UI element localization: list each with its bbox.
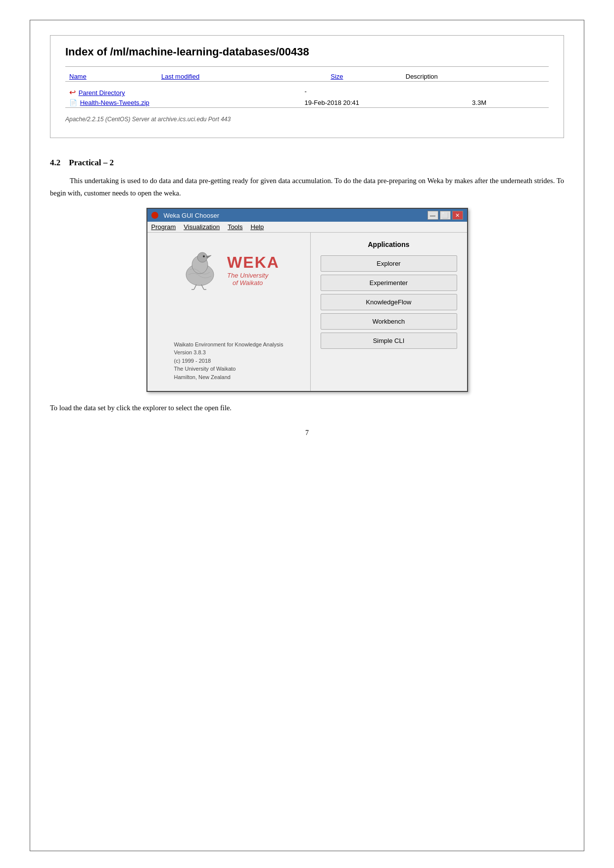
size-sort-link[interactable]: Size [331,73,343,80]
minimize-button[interactable]: — [427,211,438,220]
parent-dir-desc [527,87,549,98]
weka-bird-image [178,247,222,292]
directory-table: Name Last modified Size Description [65,72,549,81]
table-row: ↩ Parent Directory - [65,87,549,98]
weka-version-info: Waikato Environment for Knowledge Analys… [174,340,283,382]
svg-line-4 [194,285,196,289]
file-name-cell: 📄 Health-News-Tweets.zip [65,98,301,107]
weka-brand-name: WEKA [227,253,280,272]
weka-right-panel: Applications Explorer Experimenter Knowl… [311,233,467,391]
restore-button[interactable]: ⬜ [440,211,451,220]
col-last-modified[interactable]: Last modified [157,72,327,81]
simple-cli-button[interactable]: Simple CLI [321,333,457,349]
table-row: 📄 Health-News-Tweets.zip 19-Feb-2018 20:… [65,98,549,107]
knowledgeflow-button[interactable]: KnowledgeFlow [321,294,457,310]
parent-dir-date: - [301,87,469,98]
menu-program[interactable]: Program [151,223,176,231]
page-number: 7 [50,429,564,437]
svg-point-3 [203,255,205,257]
weka-menubar: Program Visualization Tools Help [147,222,467,233]
page-outer: Index of /ml/machine-learning-databases/… [30,20,584,851]
weka-body: WEKA The University of Waikato Waikato E… [147,233,467,391]
menu-visualization[interactable]: Visualization [184,223,220,231]
weka-gui-window: Weka GUI Chooser — ⬜ ✕ Program Visualiza… [146,208,468,392]
directory-files-table: ↩ Parent Directory - 📄 Health-News-Tweet… [65,87,549,107]
explorer-button[interactable]: Explorer [321,255,457,272]
weka-window-controls: — ⬜ ✕ [427,211,463,220]
weka-brand-subtitle: The University of Waikato [227,272,268,287]
footer-paragraph: To load the data set by click the explor… [50,402,564,414]
apache-title: Index of /ml/machine-learning-databases/… [65,46,549,58]
close-button[interactable]: ✕ [452,211,463,220]
svg-point-2 [197,252,207,262]
menu-help-label: Help [250,223,264,231]
file-icon: 📄 [69,99,77,106]
weka-logo-area: WEKA The University of Waikato [178,247,280,292]
col-name[interactable]: Name [65,72,157,81]
section-heading: 4.2 Practical – 2 [50,158,564,168]
weka-window-title: Weka GUI Chooser [164,212,219,219]
parent-dir-cell: ↩ Parent Directory [65,87,301,98]
menu-help[interactable]: Help [250,223,264,231]
apache-footer: Apache/2.2.15 (CentOS) Server at archive… [65,116,549,123]
col-description: Description [402,72,549,81]
menu-tools[interactable]: Tools [228,223,242,231]
lastmod-sort-link[interactable]: Last modified [161,73,199,80]
weka-titlebar: Weka GUI Chooser — ⬜ ✕ [147,209,467,222]
section-title: Practical – 2 [69,158,114,167]
folder-icon: ↩ [69,88,76,96]
weka-title-icon [151,212,158,219]
file-link[interactable]: Health-News-Tweets.zip [80,99,149,106]
menu-visualization-label: Visualization [184,223,220,231]
experimenter-button[interactable]: Experimenter [321,275,457,291]
section-number: 4.2 [50,158,60,167]
weka-titlebar-left: Weka GUI Chooser [151,212,219,219]
file-desc [527,98,549,107]
file-date: 19-Feb-2018 20:41 [301,98,469,107]
menu-program-label: Program [151,223,176,231]
applications-label: Applications [321,241,457,248]
weka-left-panel: WEKA The University of Waikato Waikato E… [147,233,311,391]
parent-dir-size [468,87,527,98]
workbench-button[interactable]: Workbench [321,313,457,330]
name-sort-link[interactable]: Name [69,73,87,80]
weka-brand: WEKA The University of Waikato [227,253,280,287]
parent-dir-link[interactable]: Parent Directory [79,89,125,96]
section-paragraph-1: This undertaking is used to do data and … [50,175,564,199]
col-size[interactable]: Size [327,72,401,81]
apache-directory-box: Index of /ml/machine-learning-databases/… [50,35,564,138]
menu-tools-label: Tools [228,223,242,231]
file-size: 3.3M [468,98,527,107]
